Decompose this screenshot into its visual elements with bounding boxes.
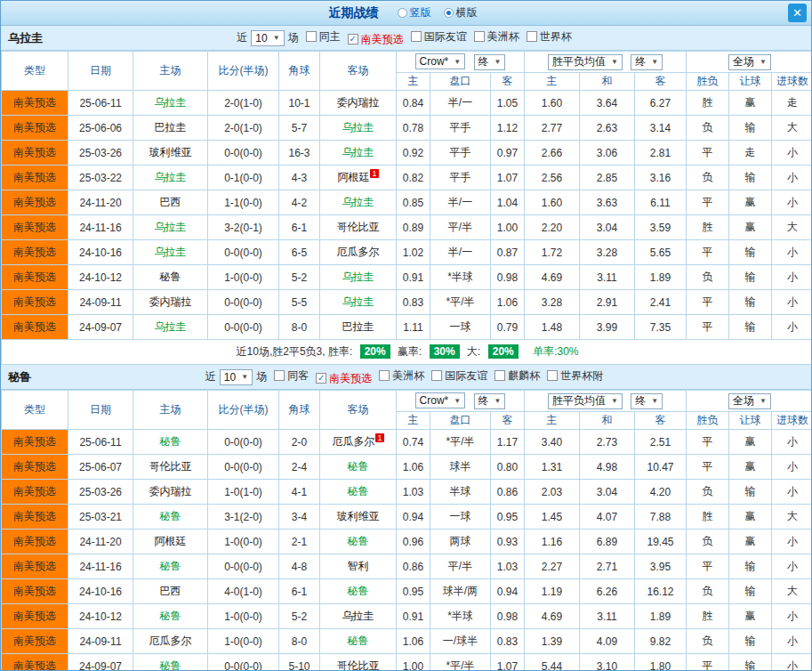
filter-checkbox-option[interactable]: ✓南美预选 xyxy=(316,371,372,386)
filter-checkbox-option[interactable]: 同客 xyxy=(274,368,309,384)
score-cell: 3-1(2-0) xyxy=(208,505,279,530)
full-match-select[interactable]: 全场▼ xyxy=(728,393,771,409)
wdl-final-select[interactable]: 终▼ xyxy=(631,54,663,70)
filter-checkbox-option[interactable]: 同主 xyxy=(306,29,341,44)
corners-cell: 2-0 xyxy=(279,430,320,455)
handicap-line-cell: 平手 xyxy=(430,116,491,141)
handicap-result-cell: 赢 xyxy=(729,430,772,455)
handicap-result-cell: 赢 xyxy=(729,455,772,480)
ah-away-odds-cell: 0.98 xyxy=(491,604,525,629)
chevron-down-icon: ▼ xyxy=(494,397,502,405)
score-cell: 0-0(0-0) xyxy=(208,290,279,315)
layout-option-horizontal[interactable]: 横版 xyxy=(444,5,478,20)
score-cell: 1-1(0-0) xyxy=(208,190,279,215)
result-cell: 负 xyxy=(687,265,729,290)
ah-home-odds-cell: 0.74 xyxy=(397,430,430,455)
recent-count-select[interactable]: 10 ▼ xyxy=(220,369,253,385)
ah-home-odds-cell: 0.89 xyxy=(397,215,430,240)
filter-checkbox-option[interactable]: 国际友谊 xyxy=(431,368,487,384)
team-label: 秘鲁 xyxy=(160,659,181,671)
filter-group-uruguay: 近 10 ▼ 场 同主✓南美预选国际友谊美洲杯世界杯 xyxy=(237,29,575,47)
goals-result-cell: 小 xyxy=(772,166,812,190)
filter-checkbox-option[interactable]: ✓南美预选 xyxy=(348,32,404,47)
team-label: 秘鲁 xyxy=(348,585,369,597)
rank-badge: 1 xyxy=(375,433,383,442)
odds-away-cell: 9.82 xyxy=(635,629,687,654)
ah-home-odds-cell: 0.92 xyxy=(397,141,430,166)
layout-option-vertical[interactable]: 竖版 xyxy=(398,5,431,20)
away-team-cell: 乌拉圭 xyxy=(320,265,397,290)
select-value: 终 xyxy=(478,54,489,69)
odds-company-select[interactable]: Crow*▼ xyxy=(415,53,466,69)
league-type-cell: 南美预选 xyxy=(2,455,68,480)
wdl-average-select[interactable]: 胜平负均值▼ xyxy=(548,54,623,70)
score-cell: 0-0(0-0) xyxy=(208,141,279,166)
team-label: 秘鲁 xyxy=(160,510,181,522)
goals-result-cell: 小 xyxy=(772,240,812,265)
ah-home-odds-cell: 0.83 xyxy=(397,290,430,315)
col-header-home: 主场 xyxy=(133,52,208,91)
handicap-line-cell: 半/一 xyxy=(430,240,491,265)
corners-cell: 3-4 xyxy=(279,505,320,530)
team-label: 阿根廷 xyxy=(337,171,369,183)
odds-home-cell: 2.56 xyxy=(525,166,580,190)
away-team-cell: 委内瑞拉 xyxy=(320,91,397,116)
recent-count-select[interactable]: 10 ▼ xyxy=(251,30,284,46)
recent-results-window: 近期战绩 竖版 横版 ✕ 乌拉圭 近 10 ▼ 场 同主✓南美预选国际友谊美洲杯… xyxy=(0,0,812,671)
subcol-draw: 和 xyxy=(580,73,635,91)
odds-company-select[interactable]: Crow*▼ xyxy=(415,392,466,408)
team-label: 秘鲁 xyxy=(160,271,181,283)
home-team-cell: 秘鲁 xyxy=(133,654,208,671)
match-row: 南美预选24-10-16巴西4-0(1-0)6-1秘鲁0.95球半/两0.941… xyxy=(2,579,812,604)
match-date-cell: 24-11-16 xyxy=(68,554,133,579)
ah-final-select[interactable]: 终▼ xyxy=(474,54,506,70)
ah-away-odds-cell: 0.86 xyxy=(491,480,525,505)
home-team-cell: 乌拉圭 xyxy=(133,166,208,190)
full-match-select[interactable]: 全场▼ xyxy=(728,54,771,70)
filter-checkbox-option[interactable]: 世界杯 xyxy=(527,29,572,44)
odds-home-cell: 3.28 xyxy=(525,290,580,315)
away-team-cell: 秘鲁 xyxy=(320,629,397,654)
handicap-line-cell: 两球 xyxy=(430,530,491,554)
filter-checkbox-option[interactable]: 世界杯附 xyxy=(547,368,603,384)
subcol-draw: 和 xyxy=(580,412,635,430)
odds-home-cell: 4.69 xyxy=(525,604,580,629)
score-cell: 0-0(0-0) xyxy=(208,240,279,265)
corners-cell: 5-5 xyxy=(279,290,320,315)
checkbox-icon xyxy=(431,370,442,381)
handicap-line-cell: *半球 xyxy=(430,265,491,290)
home-team-cell: 委内瑞拉 xyxy=(133,290,208,315)
wdl-final-select[interactable]: 终▼ xyxy=(631,393,663,409)
match-date-cell: 24-11-16 xyxy=(68,215,133,240)
handicap-result-cell: 输 xyxy=(729,116,772,141)
match-date-cell: 24-10-16 xyxy=(68,579,133,604)
result-cell: 平 xyxy=(687,290,729,315)
odds-away-cell: 4.20 xyxy=(635,480,687,505)
select-value: 10 xyxy=(255,32,267,44)
chevron-down-icon: ▼ xyxy=(611,58,618,66)
team-label: 乌拉圭 xyxy=(342,271,374,283)
handicap-rate-badge: 30% xyxy=(430,344,460,359)
match-date-cell: 25-06-06 xyxy=(68,116,133,141)
odds-draw-cell: 2.91 xyxy=(580,290,635,315)
home-team-cell: 玻利维亚 xyxy=(133,141,208,166)
ah-home-odds-cell: 0.95 xyxy=(397,579,430,604)
away-team-cell: 乌拉圭 xyxy=(320,290,397,315)
match-row: 南美预选24-09-07秘鲁0-0(0-0)5-10哥伦比亚1.00*平/半1.… xyxy=(2,654,812,671)
wdl-average-select[interactable]: 胜平负均值▼ xyxy=(548,393,623,409)
ah-final-select[interactable]: 终▼ xyxy=(474,393,506,409)
filter-checkbox-option[interactable]: 美洲杯 xyxy=(474,29,519,44)
ah-away-odds-cell: 0.97 xyxy=(491,141,525,166)
odds-home-cell: 2.77 xyxy=(525,116,580,141)
odds-draw-cell: 2.71 xyxy=(580,554,635,579)
team-label: 秘鲁 xyxy=(348,535,369,547)
close-button[interactable]: ✕ xyxy=(788,4,807,22)
select-value: 10 xyxy=(224,371,236,384)
big-rate-label: 大: xyxy=(467,345,480,358)
away-team-cell: 哥伦比亚 xyxy=(320,654,397,671)
team-label: 乌拉圭 xyxy=(155,96,187,109)
filter-checkbox-option[interactable]: 国际友谊 xyxy=(411,29,467,44)
filter-checkbox-option[interactable]: 美洲杯 xyxy=(379,368,424,384)
score-cell: 3-2(0-1) xyxy=(208,215,279,240)
filter-checkbox-option[interactable]: 麒麟杯 xyxy=(494,368,540,384)
